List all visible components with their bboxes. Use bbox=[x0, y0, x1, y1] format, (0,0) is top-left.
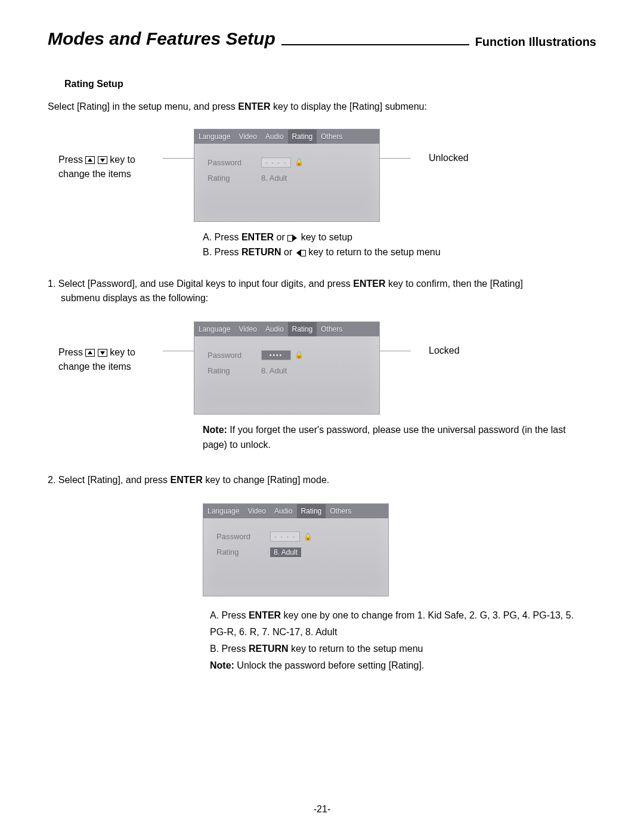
leader-line bbox=[163, 351, 194, 351]
osd-rating-label: Rating bbox=[208, 174, 261, 183]
u1-b-bold: RETURN bbox=[242, 247, 281, 257]
osd-tab-video: Video bbox=[243, 504, 270, 518]
page-header: Modes and Features Setup Function Illust… bbox=[48, 29, 596, 49]
figure-row-3: Language Video Audio Rating Others Passw… bbox=[203, 503, 596, 596]
u3-b-bold: RETURN bbox=[249, 644, 289, 654]
osd-tabs: Language Video Audio Rating Others bbox=[194, 129, 379, 144]
side-note-1: Press key to change the items bbox=[48, 129, 163, 181]
u1-b-mid: or bbox=[281, 247, 295, 257]
under-figure-1: A. Press ENTER or key to setup B. Press … bbox=[203, 230, 596, 260]
osd-tab-audio: Audio bbox=[270, 504, 297, 518]
figure-row-2: Press key to change the items Language V… bbox=[48, 321, 596, 415]
step-2: 2. Select [Rating], and press ENTER key … bbox=[48, 473, 596, 488]
osd-password-label: Password bbox=[208, 158, 261, 167]
osd-tabs: Language Video Audio Rating Others bbox=[203, 504, 388, 518]
u1-a-mid: or bbox=[274, 232, 287, 242]
side-note-text-b: key to bbox=[110, 154, 135, 165]
step2-a: Select [Rating], and press bbox=[58, 475, 171, 485]
osd-password-label: Password bbox=[208, 351, 261, 360]
osd-tab-rating: Rating bbox=[288, 129, 317, 144]
intro-paragraph: Select [Rating] in the setup menu, and p… bbox=[48, 101, 596, 112]
u3-a-bold: ENTER bbox=[249, 610, 281, 620]
main-title: Modes and Features Setup bbox=[48, 29, 275, 49]
u1-a-pre: A. Press bbox=[203, 232, 242, 242]
section-label: Rating Setup bbox=[64, 79, 596, 89]
osd-row-rating: Rating 8. Adult bbox=[208, 363, 371, 378]
step1-c: submenu displays as the following: bbox=[61, 293, 208, 303]
intro-enter: ENTER bbox=[238, 101, 270, 112]
leader-line bbox=[380, 158, 411, 159]
status-unlocked: Unlocked bbox=[411, 129, 469, 163]
side-note-text-b: key to bbox=[110, 347, 135, 357]
u3-a-pre: A. Press bbox=[210, 610, 249, 620]
osd-row-rating: Rating 8. Adult bbox=[216, 545, 380, 560]
osd-tabs: Language Video Audio Rating Others bbox=[194, 322, 379, 336]
osd-row-password: Password •••• 🔒 bbox=[208, 347, 371, 363]
step2-num: 2. bbox=[48, 475, 58, 485]
osd-tab-others: Others bbox=[317, 129, 346, 144]
side-note-text-a: Press bbox=[58, 154, 85, 165]
note1-bold: Note: bbox=[203, 425, 227, 435]
osd-screenshot-3: Language Video Audio Rating Others Passw… bbox=[203, 503, 389, 596]
under-figure-3: A. Press ENTER key one by one to change … bbox=[210, 607, 596, 674]
step1-num: 1. bbox=[48, 279, 58, 289]
osd-rating-value: 8. Adult bbox=[261, 366, 287, 375]
intro-text-b: key to display the [Rating] submenu: bbox=[271, 101, 427, 112]
osd-tab-video: Video bbox=[234, 322, 261, 336]
side-note-text-a: Press bbox=[58, 347, 85, 357]
unlock-icon: 🔓 bbox=[295, 158, 304, 166]
osd-tab-video: Video bbox=[234, 129, 261, 144]
u1-a-bold: ENTER bbox=[242, 232, 274, 242]
side-note-line2: change the items bbox=[58, 169, 131, 179]
right-arrow-icon bbox=[287, 234, 298, 242]
page-number: -21- bbox=[0, 804, 644, 815]
lock-icon: 🔒 bbox=[295, 351, 304, 359]
osd-tab-language: Language bbox=[194, 322, 234, 336]
note1-text: If you forget the user's password, pleas… bbox=[203, 425, 566, 450]
step1-b: key to confirm, then the [Rating] bbox=[386, 279, 523, 289]
u1-b-pre: B. Press bbox=[203, 247, 242, 257]
osd-password-field: - - - - bbox=[270, 531, 300, 542]
u3-note-text: Unlock the password before setting [Rati… bbox=[234, 660, 424, 670]
osd-row-password: Password - - - - 🔓 bbox=[208, 154, 371, 170]
leader-line bbox=[163, 158, 194, 159]
u3-b-pre: B. Press bbox=[210, 644, 249, 654]
side-note-2: Press key to change the items bbox=[48, 321, 163, 374]
osd-tab-others: Others bbox=[326, 504, 355, 518]
status-locked: Locked bbox=[411, 321, 460, 356]
note-block-1: Note: If you forget the user's password,… bbox=[203, 423, 596, 453]
sub-title: Function Illustrations bbox=[475, 35, 596, 49]
step2-b: key to change [Rating] mode. bbox=[203, 475, 330, 485]
step1-a: Select [Password], and use Digital keys … bbox=[58, 279, 353, 289]
u3-b-post: key to return to the setup menu bbox=[289, 644, 423, 654]
step1-bold: ENTER bbox=[353, 279, 385, 289]
osd-row-rating: Rating 8. Adult bbox=[208, 170, 371, 185]
down-arrow-icon bbox=[98, 156, 107, 164]
u1-a-post: key to setup bbox=[298, 232, 352, 242]
osd-tab-language: Language bbox=[194, 129, 234, 144]
osd-tab-rating: Rating bbox=[297, 504, 326, 518]
osd-password-field-filled: •••• bbox=[261, 350, 291, 360]
side-note-line2: change the items bbox=[58, 361, 131, 372]
osd-tab-others: Others bbox=[317, 322, 346, 336]
step-1: 1. Select [Password], and use Digital ke… bbox=[48, 277, 596, 307]
up-arrow-icon bbox=[85, 349, 95, 357]
figure-row-1: Press key to change the items Language V… bbox=[48, 129, 596, 222]
left-arrow-icon bbox=[295, 249, 306, 256]
unlock-icon: 🔓 bbox=[304, 533, 312, 541]
osd-tab-audio: Audio bbox=[261, 322, 288, 336]
u1-b-post: key to return to the setup menu bbox=[306, 247, 441, 257]
osd-rating-label: Rating bbox=[216, 548, 270, 556]
step2-bold: ENTER bbox=[170, 475, 202, 485]
osd-rating-value-selected: 8. Adult bbox=[270, 548, 301, 557]
osd-screenshot-2: Language Video Audio Rating Others Passw… bbox=[194, 321, 380, 415]
osd-rating-value: 8. Adult bbox=[261, 174, 287, 183]
osd-tab-audio: Audio bbox=[261, 129, 288, 144]
header-rule bbox=[281, 44, 469, 45]
u3-note-bold: Note: bbox=[210, 660, 234, 670]
intro-text-a: Select [Rating] in the setup menu, and p… bbox=[48, 101, 238, 112]
osd-row-password: Password - - - - 🔓 bbox=[216, 529, 380, 545]
osd-password-field: - - - - bbox=[261, 157, 291, 168]
osd-screenshot-1: Language Video Audio Rating Others Passw… bbox=[194, 129, 380, 222]
osd-password-label: Password bbox=[216, 532, 270, 541]
